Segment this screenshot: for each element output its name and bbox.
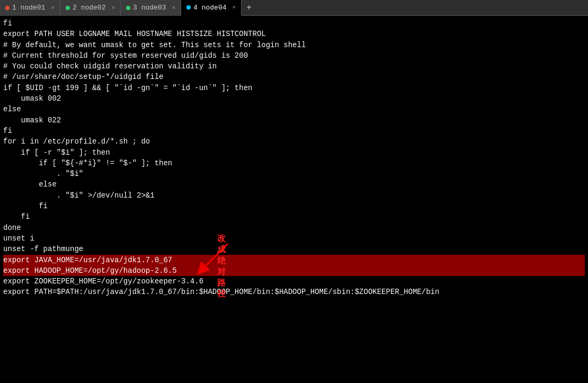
terminal-line: fi <box>3 201 585 211</box>
terminal-line: unset -f pathmunge <box>3 244 585 254</box>
terminal-line: # Current threshold for system reserved … <box>3 50 585 61</box>
tab-label-node03: 3 node03 <box>133 4 166 12</box>
tab-dot-node02 <box>66 6 70 10</box>
terminal-line: export PATH=$PATH:/usr/java/jdk1.7.0_67/… <box>3 287 585 297</box>
terminal-line: fi <box>3 18 585 29</box>
terminal-line: . "$i" <box>3 168 585 179</box>
terminal-line: for i in /etc/profile.d/*.sh ; do <box>3 136 585 147</box>
terminal-line: # /usr/share/doc/setup-*/uidgid file <box>3 72 585 82</box>
tab-dot-node01 <box>5 6 10 10</box>
terminal-line: else <box>3 104 585 114</box>
terminal-line: unset i <box>3 233 585 244</box>
tab-label-node01: 1 node01 <box>12 4 45 12</box>
terminal-line: export ZOOKEEPER_HOME=/opt/gy/zookeeper-… <box>3 276 585 287</box>
tab-label-node02: 2 node02 <box>73 4 105 12</box>
terminal-line: if [ $UID -gt 199 ] && [ "`id -gn`" = "`… <box>3 83 585 93</box>
terminal-line: if [ -r "$i" ]; then <box>3 147 585 158</box>
tab-node01[interactable]: 1 node01 × <box>0 0 60 16</box>
terminal-line: export HADOOP_HOME=/opt/gy/hadoop-2.6.5 <box>3 265 585 276</box>
tab-close-node02[interactable]: × <box>108 5 115 11</box>
terminal-line: export PATH USER LOGNAME MAIL HOSTNAME H… <box>3 29 585 39</box>
tab-bar: 1 node01 × 2 node02 × 3 node03 × 4 node0… <box>0 0 588 16</box>
terminal-content: fiexport PATH USER LOGNAME MAIL HOSTNAME… <box>0 16 588 383</box>
tab-node04[interactable]: 4 node04 × <box>181 0 242 16</box>
tab-close-node03[interactable]: × <box>168 5 175 11</box>
terminal-line: export JAVA_HOME=/usr/java/jdk1.7.0_67 <box>3 255 585 265</box>
tab-node03[interactable]: 3 node03 × <box>121 0 181 16</box>
tab-node02[interactable]: 2 node02 × <box>60 0 121 16</box>
tab-close-node04[interactable]: × <box>229 4 236 11</box>
terminal-line: fi <box>3 126 585 136</box>
terminal-line: done <box>3 222 585 233</box>
tab-dot-node03 <box>126 6 130 10</box>
terminal-line: # By default, we want umask to get set. … <box>3 40 585 50</box>
terminal-line: . "$i" >/dev/null 2>&1 <box>3 190 585 201</box>
tab-close-node01[interactable]: × <box>48 5 55 11</box>
terminal-line: # You could check uidgid reservation val… <box>3 61 585 72</box>
tab-label-node04: 4 node04 <box>193 4 226 12</box>
terminal-line: else <box>3 179 585 190</box>
tab-dot-node04 <box>186 5 191 10</box>
terminal-line: umask 022 <box>3 115 585 126</box>
terminal-line: fi <box>3 211 585 222</box>
new-tab-button[interactable]: + <box>242 1 256 15</box>
terminal-line: umask 002 <box>3 93 585 104</box>
terminal-line: if [ "${-#*i}" != "$-" ]; then <box>3 158 585 168</box>
